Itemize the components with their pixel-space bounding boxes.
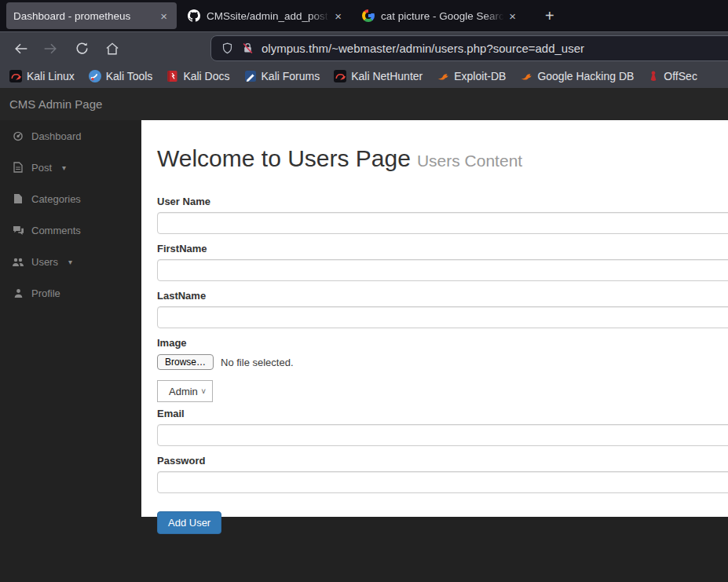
sidebar-label: Comments: [31, 225, 81, 236]
password-label: Password: [157, 455, 728, 467]
bookmark-label: Kali Tools: [106, 70, 153, 82]
reload-icon[interactable]: [72, 39, 91, 58]
cms-header-title: CMS Admin Page: [9, 97, 102, 111]
bird-icon: [520, 70, 532, 82]
insecure-lock-icon[interactable]: [241, 42, 254, 55]
bookmark-label: Kali Docs: [183, 70, 229, 82]
page-title: Welcome to Users PageUsers Content: [157, 145, 728, 172]
lastname-label: LastName: [157, 290, 728, 302]
tab-title: CMSsite/admin_add_post: [207, 10, 332, 22]
bookmark-label: OffSec: [664, 70, 697, 82]
comments-icon: [12, 225, 24, 236]
sidebar-label: Users: [31, 256, 58, 268]
main-content: Welcome to Users PageUsers Content User …: [141, 120, 728, 517]
kali-dragon-icon: [334, 70, 346, 82]
username-field[interactable]: [157, 212, 728, 234]
bookmark-label: Kali NetHunter: [351, 70, 423, 82]
sidebar: Dashboard Post ▾ Categories Comments: [0, 120, 141, 582]
sidebar-label: Profile: [31, 287, 60, 299]
page-subtitle: Users Content: [417, 152, 522, 170]
bookmarks-bar: Kali Linux Kali Tools Kali Docs Kali For…: [0, 64, 728, 88]
kali-dragon-icon: [9, 70, 22, 82]
sidebar-item-categories[interactable]: Categories: [0, 183, 141, 214]
add-user-button[interactable]: Add User: [157, 511, 221, 534]
shield-icon[interactable]: [221, 42, 234, 55]
image-label: Image: [157, 337, 728, 349]
caret-down-icon: ▾: [68, 258, 72, 266]
sidebar-item-dashboard[interactable]: Dashboard: [0, 120, 141, 152]
password-field[interactable]: [157, 471, 728, 493]
tab-bar: Dashboard - prometheus × CMSsite/admin_a…: [0, 0, 728, 31]
tab-cmssite-github[interactable]: CMSsite/admin_add_post ×: [181, 2, 351, 29]
sidebar-item-profile[interactable]: Profile: [0, 277, 141, 309]
file-icon: [12, 193, 24, 204]
firstname-field[interactable]: [157, 259, 728, 281]
page-title-text: Welcome to Users Page: [157, 145, 411, 171]
sidebar-item-post[interactable]: Post ▾: [0, 152, 141, 183]
username-label: User Name: [157, 196, 728, 207]
user-icon: [12, 288, 24, 298]
sidebar-label: Categories: [31, 193, 81, 205]
cms-header: CMS Admin Page: [0, 88, 728, 120]
dashboard-icon: [12, 130, 24, 141]
nav-toolbar: olympus.thm/~webmaster/admin/users.php?s…: [0, 31, 728, 64]
caret-down-icon: ▾: [62, 163, 66, 172]
email-field[interactable]: [157, 424, 728, 446]
bookmark-exploit-db[interactable]: Exploit-DB: [437, 70, 506, 82]
bookmark-kali-docs[interactable]: Kali Docs: [166, 70, 229, 82]
bookmark-kali-tools[interactable]: Kali Tools: [89, 70, 153, 82]
google-icon: [362, 9, 375, 22]
bookmark-label: Kali Linux: [27, 70, 75, 82]
sidebar-item-comments[interactable]: Comments: [0, 214, 141, 246]
new-tab-button[interactable]: +: [540, 7, 559, 25]
add-user-form: User Name FirstName LastName Image Brows…: [157, 196, 728, 534]
role-select[interactable]: Admin ˅: [157, 380, 213, 402]
bookmark-kali-forums[interactable]: Kali Forums: [244, 70, 320, 82]
home-icon[interactable]: [103, 39, 122, 58]
page-body: Dashboard Post ▾ Categories Comments: [0, 120, 728, 582]
firstname-label: FirstName: [157, 243, 728, 254]
file-status-text: No file selected.: [221, 357, 294, 368]
bookmark-kali-linux[interactable]: Kali Linux: [9, 70, 75, 82]
kali-tools-icon: [89, 70, 101, 82]
browse-button[interactable]: Browse…: [157, 354, 214, 370]
sidebar-label: Post: [31, 162, 52, 174]
kali-docs-icon: [166, 70, 178, 82]
close-icon[interactable]: ×: [332, 9, 344, 23]
tab-title: Dashboard - prometheus: [13, 10, 158, 22]
github-icon: [188, 9, 200, 22]
close-icon[interactable]: ×: [158, 9, 170, 23]
bookmark-label: Kali Forums: [262, 70, 320, 82]
sidebar-label: Dashboard: [31, 130, 82, 142]
url-text: olympus.thm/~webmaster/admin/users.php?s…: [262, 42, 584, 55]
tab-google-search[interactable]: cat picture - Google Searc ×: [355, 2, 525, 29]
tab-title: cat picture - Google Searc: [381, 10, 507, 22]
users-icon: [12, 257, 24, 267]
offsec-icon: [648, 70, 659, 82]
bookmark-label: Exploit-DB: [454, 70, 506, 82]
forward-icon[interactable]: [42, 39, 60, 58]
bookmark-offsec[interactable]: OffSec: [648, 70, 697, 82]
close-icon[interactable]: ×: [507, 9, 518, 23]
bookmark-label: Google Hacking DB: [537, 70, 634, 82]
sidebar-item-users[interactable]: Users ▾: [0, 246, 141, 277]
bookmark-kali-nethunter[interactable]: Kali NetHunter: [334, 70, 423, 82]
file-text-icon: [12, 162, 24, 173]
email-label: Email: [157, 408, 728, 419]
bookmark-google-hacking-db[interactable]: Google Hacking DB: [520, 70, 634, 82]
url-bar[interactable]: olympus.thm/~webmaster/admin/users.php?s…: [210, 35, 728, 61]
tab-dashboard-prometheus[interactable]: Dashboard - prometheus ×: [6, 2, 177, 29]
lastname-field[interactable]: [157, 306, 728, 328]
back-icon[interactable]: [11, 39, 30, 58]
kali-forums-icon: [244, 70, 257, 82]
bird-icon: [437, 70, 449, 82]
chevron-down-icon: ˅: [201, 387, 206, 396]
role-selected-value: Admin: [169, 386, 198, 397]
